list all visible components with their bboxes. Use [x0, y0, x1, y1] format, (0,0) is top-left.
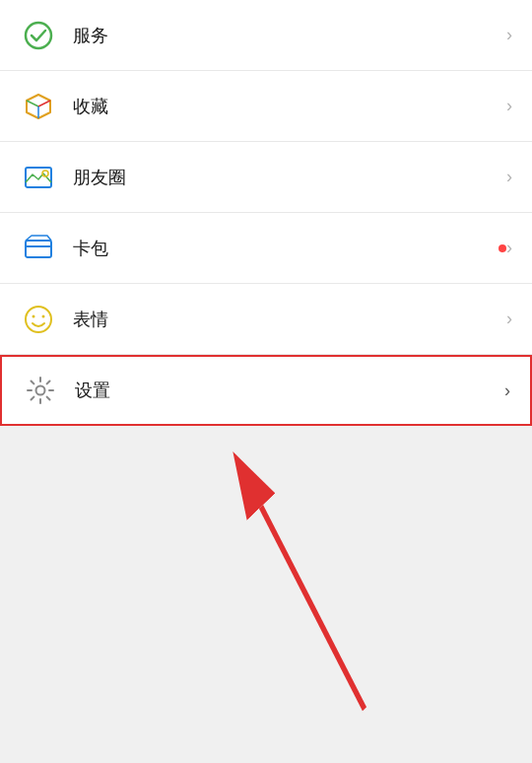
svg-point-10: [33, 314, 35, 317]
service-icon: [20, 17, 57, 54]
wallet-notification-dot: [499, 244, 506, 252]
svg-point-11: [42, 314, 45, 317]
svg-line-22: [261, 507, 365, 709]
svg-line-18: [47, 397, 50, 400]
stickers-label: 表情: [73, 308, 506, 331]
moments-icon: [20, 159, 57, 196]
settings-icon: [22, 372, 59, 409]
arrow-annotation: [0, 426, 532, 763]
svg-line-17: [32, 382, 34, 384]
moments-label: 朋友圈: [73, 166, 506, 189]
service-label: 服务: [73, 24, 506, 47]
svg-rect-7: [26, 241, 51, 257]
settings-chevron: ›: [504, 381, 510, 401]
svg-line-19: [47, 382, 50, 384]
svg-point-12: [36, 386, 45, 395]
favorites-label: 收藏: [73, 95, 506, 118]
svg-line-2: [27, 101, 38, 106]
menu-item-wallet[interactable]: 卡包 ›: [0, 213, 532, 284]
menu-item-stickers[interactable]: 表情 ›: [0, 284, 532, 355]
favorites-icon: [20, 88, 57, 125]
wallet-icon: [20, 230, 57, 267]
bottom-area: [0, 426, 532, 763]
menu-list: 服务 › 收藏 › 朋友圈 ›: [0, 0, 532, 426]
stickers-chevron: ›: [506, 309, 512, 329]
stickers-icon: [20, 301, 57, 338]
svg-line-20: [32, 397, 34, 400]
moments-chevron: ›: [506, 167, 512, 187]
svg-point-0: [26, 23, 51, 48]
wallet-chevron: ›: [506, 238, 512, 258]
settings-label: 设置: [75, 379, 504, 402]
svg-point-9: [26, 307, 51, 332]
menu-item-moments[interactable]: 朋友圈 ›: [0, 142, 532, 213]
service-chevron: ›: [506, 25, 512, 45]
menu-item-service[interactable]: 服务 ›: [0, 0, 532, 71]
wallet-label: 卡包: [73, 237, 493, 260]
menu-item-favorites[interactable]: 收藏 ›: [0, 71, 532, 142]
svg-line-3: [38, 101, 50, 106]
favorites-chevron: ›: [506, 96, 512, 116]
menu-item-settings[interactable]: 设置 ›: [0, 355, 532, 426]
